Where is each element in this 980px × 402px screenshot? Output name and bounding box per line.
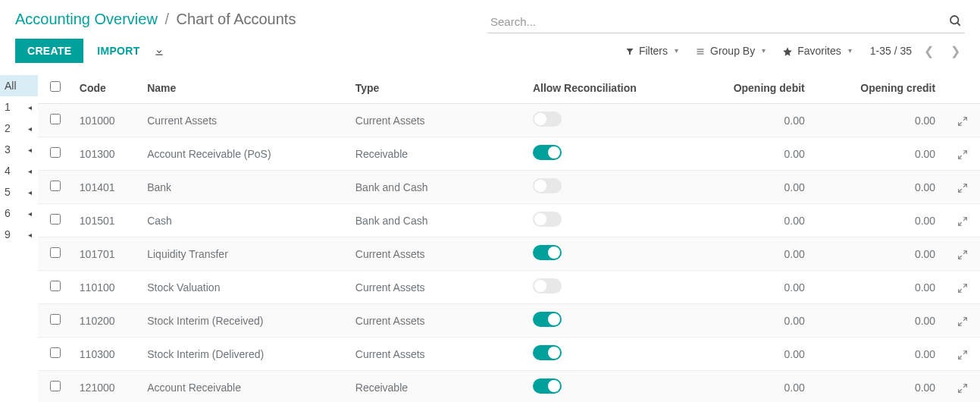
import-button[interactable]: IMPORT: [97, 45, 139, 57]
create-button[interactable]: CREATE: [15, 39, 83, 63]
cell-name[interactable]: Stock Interim (Delivered): [141, 338, 349, 371]
reconciliation-toggle[interactable]: [533, 345, 562, 360]
reconciliation-toggle[interactable]: [533, 145, 562, 160]
header-type[interactable]: Type: [349, 72, 527, 104]
cell-code[interactable]: 110300: [74, 338, 141, 371]
cell-name[interactable]: Cash: [141, 204, 349, 237]
reconciliation-toggle[interactable]: [533, 378, 562, 394]
row-checkbox[interactable]: [50, 214, 61, 225]
cell-name[interactable]: Account Receivable (PoS): [141, 137, 349, 171]
sidebar-item[interactable]: 3◂: [0, 139, 38, 160]
cell-name[interactable]: Stock Valuation: [141, 271, 349, 304]
sidebar-item[interactable]: 2◂: [0, 118, 38, 139]
cell-type[interactable]: Current Assets: [349, 304, 527, 338]
table-row[interactable]: 101000Current AssetsCurrent Assets0.000.…: [38, 104, 980, 137]
cell-opening-credit[interactable]: 0.00: [814, 237, 944, 271]
table-row[interactable]: 101300Account Receivable (PoS)Receivable…: [38, 137, 980, 171]
cell-name[interactable]: Bank: [141, 171, 349, 204]
cell-name[interactable]: Current Assets: [141, 104, 349, 137]
cell-opening-credit[interactable]: 0.00: [814, 338, 944, 371]
table-row[interactable]: 110200Stock Interim (Received)Current As…: [38, 304, 980, 338]
expand-icon[interactable]: [957, 214, 968, 226]
cell-code[interactable]: 101300: [74, 137, 141, 171]
cell-type[interactable]: Current Assets: [349, 237, 527, 271]
header-code[interactable]: Code: [74, 72, 141, 104]
cell-type[interactable]: Receivable: [349, 137, 527, 171]
header-opening-debit[interactable]: Opening debit: [711, 72, 814, 104]
expand-icon[interactable]: [957, 281, 968, 293]
table-row[interactable]: 101501CashBank and Cash0.000.00: [38, 204, 980, 237]
cell-code[interactable]: 101501: [74, 204, 141, 237]
cell-code[interactable]: 110200: [74, 304, 141, 338]
row-checkbox[interactable]: [50, 314, 61, 325]
expand-icon[interactable]: [957, 114, 968, 126]
cell-name[interactable]: Stock Interim (Received): [141, 304, 349, 338]
reconciliation-toggle[interactable]: [533, 212, 562, 227]
filters-button[interactable]: Filters ▾: [625, 45, 678, 57]
cell-code[interactable]: 101000: [74, 104, 141, 137]
table-row[interactable]: 101401BankBank and Cash0.000.00: [38, 171, 980, 204]
row-checkbox[interactable]: [50, 114, 61, 124]
expand-icon[interactable]: [957, 247, 968, 259]
cell-type[interactable]: Bank and Cash: [349, 171, 527, 204]
row-checkbox[interactable]: [50, 281, 61, 291]
row-checkbox[interactable]: [50, 247, 61, 258]
cell-opening-credit[interactable]: 0.00: [814, 371, 944, 403]
search-icon[interactable]: [948, 14, 962, 27]
cell-opening-debit[interactable]: 0.00: [711, 371, 814, 403]
cell-type[interactable]: Bank and Cash: [349, 204, 527, 237]
search-input[interactable]: [487, 11, 965, 33]
table-row[interactable]: 121000Account ReceivableReceivable0.000.…: [38, 371, 980, 403]
cell-opening-debit[interactable]: 0.00: [711, 204, 814, 237]
sidebar-item[interactable]: 1◂: [0, 96, 38, 118]
table-row[interactable]: 110300Stock Interim (Delivered)Current A…: [38, 338, 980, 371]
cell-opening-debit[interactable]: 0.00: [711, 338, 814, 371]
cell-name[interactable]: Liquidity Transfer: [141, 237, 349, 271]
cell-opening-credit[interactable]: 0.00: [814, 104, 944, 137]
table-row[interactable]: 110100Stock ValuationCurrent Assets0.000…: [38, 271, 980, 304]
row-checkbox[interactable]: [50, 381, 61, 391]
download-icon[interactable]: [154, 45, 164, 57]
row-checkbox[interactable]: [50, 147, 61, 158]
header-reconciliation[interactable]: Allow Reconciliation: [527, 72, 711, 104]
reconciliation-toggle[interactable]: [533, 245, 562, 260]
pager-next[interactable]: ❯: [946, 41, 965, 61]
reconciliation-toggle[interactable]: [533, 312, 562, 327]
cell-code[interactable]: 101401: [74, 171, 141, 204]
cell-type[interactable]: Current Assets: [349, 338, 527, 371]
sidebar-item[interactable]: 4◂: [0, 160, 38, 181]
sidebar-item[interactable]: All◂: [0, 75, 38, 96]
reconciliation-toggle[interactable]: [533, 111, 562, 127]
cell-opening-debit[interactable]: 0.00: [711, 137, 814, 171]
sidebar-item[interactable]: 5◂: [0, 181, 38, 203]
expand-icon[interactable]: [957, 314, 968, 326]
cell-opening-debit[interactable]: 0.00: [711, 271, 814, 304]
cell-opening-debit[interactable]: 0.00: [711, 304, 814, 338]
favorites-button[interactable]: Favorites ▾: [782, 45, 852, 57]
select-all-checkbox[interactable]: [50, 81, 61, 92]
cell-opening-debit[interactable]: 0.00: [711, 104, 814, 137]
cell-type[interactable]: Receivable: [349, 371, 527, 403]
header-name[interactable]: Name: [141, 72, 349, 104]
expand-icon[interactable]: [957, 147, 968, 159]
cell-type[interactable]: Current Assets: [349, 104, 527, 137]
sidebar-item[interactable]: 6◂: [0, 203, 38, 224]
pager-prev[interactable]: ❮: [919, 41, 938, 61]
reconciliation-toggle[interactable]: [533, 278, 562, 294]
breadcrumb-parent-link[interactable]: Accounting Overview: [15, 11, 158, 27]
sidebar-item[interactable]: 9◂: [0, 224, 38, 245]
cell-opening-credit[interactable]: 0.00: [814, 137, 944, 171]
cell-type[interactable]: Current Assets: [349, 271, 527, 304]
expand-icon[interactable]: [957, 381, 968, 393]
cell-opening-credit[interactable]: 0.00: [814, 304, 944, 338]
cell-opening-debit[interactable]: 0.00: [711, 171, 814, 204]
expand-icon[interactable]: [957, 347, 968, 360]
expand-icon[interactable]: [957, 181, 968, 193]
cell-code[interactable]: 101701: [74, 237, 141, 271]
cell-name[interactable]: Account Receivable: [141, 371, 349, 403]
table-row[interactable]: 101701Liquidity TransferCurrent Assets0.…: [38, 237, 980, 271]
cell-opening-credit[interactable]: 0.00: [814, 171, 944, 204]
cell-opening-credit[interactable]: 0.00: [814, 204, 944, 237]
row-checkbox[interactable]: [50, 347, 61, 358]
cell-code[interactable]: 110100: [74, 271, 141, 304]
